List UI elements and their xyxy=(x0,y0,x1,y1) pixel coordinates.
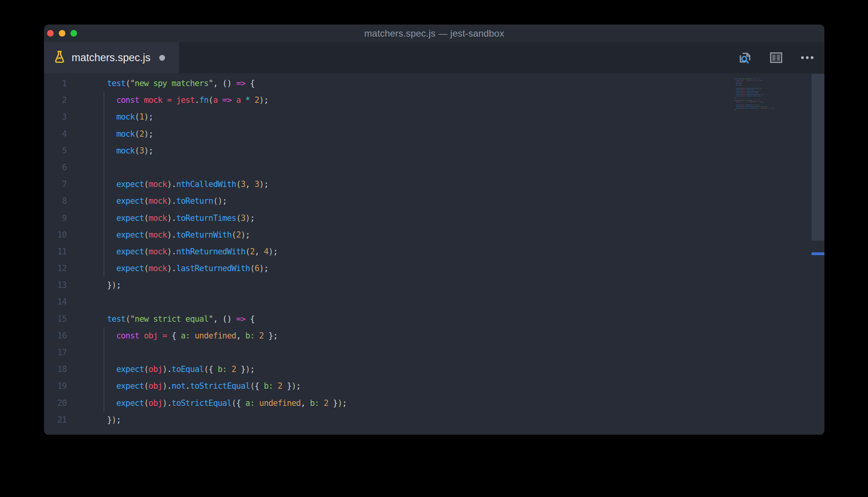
line-number: 14 xyxy=(44,294,67,310)
editor-actions xyxy=(737,42,824,73)
editor-window: matchers.spec.js — jest-sandbox matchers… xyxy=(44,25,824,435)
line-number: 2 xyxy=(44,92,67,109)
code-text: const mock = jest.fn(a => a * 2); xyxy=(67,92,269,109)
code-lines: 1test("new spy matchers", () => {2 const… xyxy=(44,75,347,428)
line-number: 4 xyxy=(44,126,67,143)
code-line[interactable]: 21}); xyxy=(44,412,347,428)
line-number: 7 xyxy=(44,176,67,193)
line-number: 9 xyxy=(44,210,67,227)
code-line[interactable]: 13}); xyxy=(44,277,347,294)
code-text xyxy=(67,294,107,310)
overview-cursor-decoration xyxy=(812,252,824,255)
line-number: 17 xyxy=(44,344,67,361)
code-line[interactable]: 19 expect(obj).not.toStrictEqual({ b: 2 … xyxy=(44,378,347,395)
tab-bar-empty-space xyxy=(179,42,737,73)
code-line[interactable]: 20 expect(obj).toStrictEqual({ a: undefi… xyxy=(44,395,347,412)
code-line[interactable]: 7 expect(mock).nthCalledWith(3, 3); xyxy=(44,176,347,193)
code-line[interactable]: 10 expect(mock).toReturnWith(2); xyxy=(44,227,347,243)
line-number: 5 xyxy=(44,143,67,159)
code-text: expect(obj).toStrictEqual({ a: undefined… xyxy=(67,395,347,412)
editor-pane[interactable]: 1test("new spy matchers", () => {2 const… xyxy=(44,73,824,435)
line-number: 20 xyxy=(44,395,67,412)
code-text: expect(mock).lastReturnedWith(6); xyxy=(67,260,269,277)
code-text: const obj = { a: undefined, b: 2 }; xyxy=(67,328,278,344)
code-line[interactable]: 17 xyxy=(44,344,347,361)
split-editor-icon[interactable] xyxy=(768,50,784,65)
line-number: 6 xyxy=(44,159,67,176)
line-number: 8 xyxy=(44,193,67,210)
code-line[interactable]: 9 expect(mock).toReturnTimes(3); xyxy=(44,210,347,227)
code-line[interactable]: 2 const mock = jest.fn(a => a * 2); xyxy=(44,92,347,109)
code-text: expect(obj).not.toStrictEqual({ b: 2 }); xyxy=(67,378,300,395)
code-text xyxy=(67,159,107,176)
code-text: expect(mock).toReturnWith(2); xyxy=(67,227,250,243)
code-text: expect(mock).toReturn(); xyxy=(67,193,227,210)
line-number: 3 xyxy=(44,109,67,125)
code-text: test("new strict equal", () => { xyxy=(67,311,255,328)
line-number: 11 xyxy=(44,243,67,260)
minimap-lines: test("new spy matchers", () => { const m… xyxy=(727,78,778,111)
code-line[interactable]: 6 xyxy=(44,159,347,176)
more-actions-icon[interactable] xyxy=(799,50,815,65)
search-in-file-icon[interactable] xyxy=(737,50,753,65)
line-number: 15 xyxy=(44,311,67,328)
code-line[interactable]: 15test("new strict equal", () => { xyxy=(44,311,347,328)
code-line[interactable]: 11 expect(mock).nthReturnedWith(2, 4); xyxy=(44,243,347,260)
code-line[interactable]: 18 expect(obj).toEqual({ b: 2 }); xyxy=(44,361,347,378)
code-text xyxy=(67,344,107,361)
code-text: expect(mock).nthReturnedWith(2, 4); xyxy=(67,243,278,260)
code-line[interactable]: 5 mock(3); xyxy=(44,143,347,159)
tab-label: matchers.spec.js xyxy=(72,52,151,64)
code-text: }); xyxy=(727,109,778,110)
code-line[interactable]: 12 expect(mock).lastReturnedWith(6); xyxy=(44,260,347,277)
code-line[interactable]: 4 mock(2); xyxy=(44,126,347,143)
code-line[interactable]: 3 mock(1); xyxy=(44,109,347,125)
line-number: 18 xyxy=(44,361,67,378)
code-line[interactable]: 16 const obj = { a: undefined, b: 2 }; xyxy=(44,328,347,344)
code-text: mock(3); xyxy=(67,143,153,159)
title-bar: matchers.spec.js — jest-sandbox xyxy=(44,25,824,42)
code-text: expect(obj).toEqual({ b: 2 }); xyxy=(67,361,255,378)
line-number: 12 xyxy=(44,260,67,277)
line-number: 10 xyxy=(44,227,67,243)
line-number: 16 xyxy=(44,328,67,344)
line-number: 1 xyxy=(44,75,67,92)
code-text: mock(1); xyxy=(67,109,153,125)
line-number: 19 xyxy=(44,378,67,395)
line-number: 21 xyxy=(44,412,67,428)
beaker-test-icon xyxy=(53,50,66,65)
scrollbar-thumb[interactable] xyxy=(812,74,824,241)
code-text: expect(mock).nthCalledWith(3, 3); xyxy=(67,176,269,193)
code-text: mock(2); xyxy=(67,126,153,143)
minimap[interactable]: test("new spy matchers", () => { const m… xyxy=(727,75,778,113)
code-text: test("new spy matchers", () => { xyxy=(67,75,255,92)
scrollbar-track[interactable] xyxy=(812,73,824,435)
code-line[interactable]: 1test("new spy matchers", () => { xyxy=(44,75,347,92)
code-line[interactable]: 8 expect(mock).toReturn(); xyxy=(44,193,347,210)
line-number: 13 xyxy=(44,277,67,294)
code-text: }); xyxy=(67,412,121,428)
code-line[interactable]: 14 xyxy=(44,294,347,310)
code-text: expect(mock).toReturnTimes(3); xyxy=(67,210,255,227)
code-text: }); xyxy=(67,277,121,294)
tab-matchers-spec[interactable]: matchers.spec.js xyxy=(44,42,179,73)
modified-indicator xyxy=(159,55,165,61)
window-title: matchers.spec.js — jest-sandbox xyxy=(44,25,824,42)
tab-bar: matchers.spec.js xyxy=(44,42,824,73)
